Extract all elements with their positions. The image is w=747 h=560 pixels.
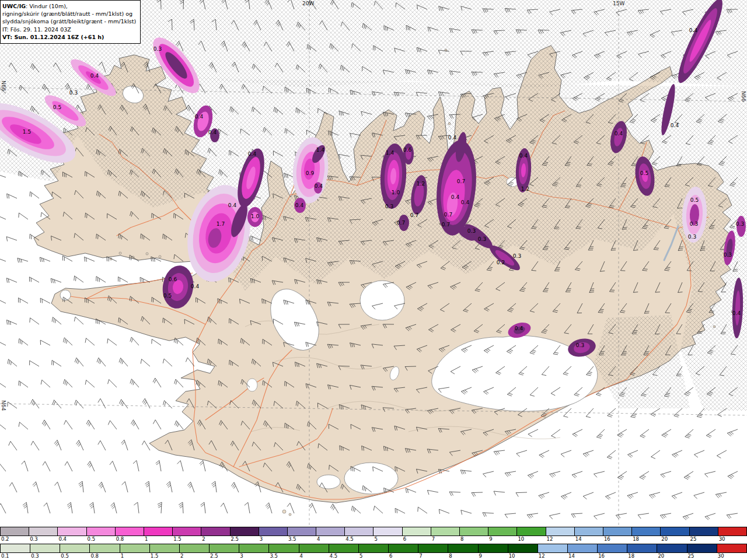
colorbar-cell: 16: [603, 527, 632, 536]
colorbar-tick-label: 1: [121, 553, 124, 559]
colorbar-cell: 12: [538, 544, 568, 552]
colorbar-cell: 4: [316, 527, 345, 536]
colorbar-cell: 9: [488, 527, 517, 536]
colorbar-sleet-snow-scale: 0.20.30.40.50.811.522.533.544.5567891012…: [0, 527, 747, 536]
colorbar-tick-label: 4: [300, 553, 303, 559]
weather-map-canvas: 0.30.40.30.51.50.40.40.41.40.90.40.41.01…: [0, 0, 747, 560]
colorbar-cell: 12: [546, 527, 575, 536]
colorbar-tick-label: 1: [145, 536, 148, 542]
colorbar-cell: 0.3: [29, 527, 58, 536]
colorbar-tick-label: 9: [479, 553, 482, 559]
colorbar-tick-label: 1.5: [151, 553, 159, 559]
colorbar-cell: 3.5: [288, 527, 316, 536]
colorbar-cell: 0.1: [1, 544, 30, 552]
colorbar-tick-label: 0.3: [30, 536, 38, 542]
colorbar-tick-label: 4.5: [330, 553, 338, 559]
colorbar-tick-label: 0.1: [1, 553, 9, 559]
colorbar-tick-label: 10: [509, 553, 515, 559]
colorbar-cell: 2.5: [231, 527, 259, 536]
colorbar-tick-label: 18: [633, 536, 639, 542]
colorbar-cell: 0.5: [87, 527, 116, 536]
valid-time: VT: Sun. 01.12.2024 16Z (+61 h): [2, 33, 136, 41]
colorbar-cell: 1.5: [150, 544, 180, 552]
colorbar-tick-label: 18: [628, 553, 634, 559]
glacier-eyjafjallajokull: [317, 475, 340, 489]
colorbar-tick-label: 6: [389, 553, 392, 559]
colorbar-cell: 1: [144, 527, 173, 536]
colorbar-cell: 25: [690, 527, 718, 536]
colorbar-tick-label: 0.8: [116, 536, 124, 542]
colorbar-cell: 0.4: [58, 527, 86, 536]
map-title-box: UWC/IG: Vindur (10m), rigning/skúrir (gr…: [0, 0, 141, 44]
init-time: IT: Fös. 29. 11. 2024 03Z: [2, 26, 136, 33]
colorbar-tick-label: 0.4: [58, 536, 67, 542]
colorbar-tick-label: 7: [419, 553, 422, 559]
colorbar-tick-label: 8: [460, 536, 463, 542]
colorbar-tick-label: 20: [661, 536, 668, 542]
colorbar-cell: 0.3: [30, 544, 60, 552]
colorbar-tick-label: 2.5: [231, 536, 239, 542]
colorbar-rain-scale: 0.10.30.50.811.522.533.544.5567891012141…: [0, 544, 747, 553]
colorbar-tick-label: 0.2: [1, 536, 9, 542]
title-line-snow-legend: slydda/snjókoma (grátt/bleikt/grænt - mm…: [2, 18, 136, 25]
colorbar-tick-label: 14: [568, 553, 575, 559]
colorbar-cell: 0.2: [1, 527, 29, 536]
colorbar-tick-label: 5: [359, 553, 362, 559]
model-name: UWC/IG: [2, 3, 26, 9]
map-svg: [0, 0, 747, 526]
colorbar-cell: 4.5: [345, 527, 374, 536]
colorbar-cell: 14: [575, 527, 603, 536]
colorbar-tick-label: 25: [690, 536, 697, 542]
colorbar-cell: 30: [718, 527, 746, 536]
colorbar-cell: 16: [598, 544, 627, 552]
colorbar-tick-label: 3: [260, 536, 263, 542]
colorbar-cell: 3: [259, 527, 288, 536]
colorbar-cell: 1: [120, 544, 150, 552]
title-line-rain-legend: rigning/skúrir (grænt/blátt/rautt - mm/1…: [2, 10, 136, 18]
colorbar-tick-label: 0.5: [61, 553, 69, 559]
colorbar-cell: 20: [657, 544, 687, 552]
colorbar-cell: 2: [180, 544, 210, 552]
colorbar-tick-label: 16: [598, 553, 605, 559]
colorbar-cell: 8: [460, 527, 488, 536]
colorbar-cell: 18: [627, 544, 657, 552]
colorbar-cell: 10: [508, 544, 538, 552]
colorbar-cell: 4.5: [329, 544, 359, 552]
colorbar-tick-label: 4: [317, 536, 320, 542]
colorbar-cell: 10: [517, 527, 546, 536]
colorbar-tick-label: 12: [539, 553, 545, 559]
colorbar-cell: 2.5: [210, 544, 239, 552]
colorbar-cell: 7: [431, 527, 460, 536]
colorbar-tick-label: 20: [658, 553, 664, 559]
colorbar-cell: 6: [389, 544, 418, 552]
colorbar-cell: 0.5: [60, 544, 90, 552]
colorbar-tick-label: 2: [180, 553, 183, 559]
colorbar-tick-label: 30: [719, 536, 725, 542]
colorbar-cell: 25: [687, 544, 717, 552]
colorbar-tick-label: 7: [432, 536, 435, 542]
lake: [247, 379, 257, 391]
glacier-snaefellsjokull: [60, 290, 71, 300]
colorbar-cell: 7: [418, 544, 448, 552]
colorbar-tick-label: 3.5: [270, 553, 278, 559]
colorbar-tick-label: 1.5: [173, 536, 181, 542]
colorbar-tick-label: 8: [449, 553, 452, 559]
colorbar-cell: 18: [632, 527, 661, 536]
colorbar-tick-label: 14: [575, 536, 582, 542]
colorbar-tick-label: 2: [202, 536, 205, 542]
colorbar-cell: 5: [374, 527, 402, 536]
colorbar-cell: 8: [448, 544, 478, 552]
colorbar-tick-label: 2.5: [210, 553, 218, 559]
colorbar-cell: 0.8: [116, 527, 144, 536]
colorbar-cell: 3.5: [269, 544, 299, 552]
colorbar-area: 0.20.30.40.50.811.522.533.544.5567891012…: [0, 527, 747, 560]
colorbar-cell: 30: [717, 544, 746, 552]
colorbar-tick-label: 25: [688, 553, 694, 559]
colorbar-tick-label: 3: [240, 553, 243, 559]
colorbar-cell: 2: [201, 527, 230, 536]
colorbar-tick-label: 3.5: [288, 536, 296, 542]
colorbar-tick-label: 5: [374, 536, 377, 542]
colorbar-tick-label: 0.3: [31, 553, 39, 559]
colorbar-cell: 20: [661, 527, 689, 536]
colorbar-tick-label: 0.8: [90, 553, 99, 559]
